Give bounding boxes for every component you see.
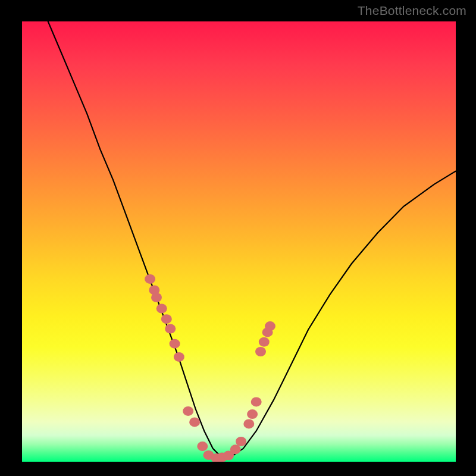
sample-point — [183, 406, 193, 416]
sample-point — [243, 419, 254, 428]
sample-point — [189, 417, 200, 427]
sample-point — [197, 441, 208, 451]
sample-point — [247, 409, 258, 419]
sample-point — [156, 304, 167, 314]
sample-points-group — [145, 274, 275, 462]
chart-overlay — [22, 21, 456, 462]
sample-point — [170, 339, 180, 349]
sample-point — [265, 321, 275, 331]
watermark-label: TheBottleneck.com — [358, 4, 466, 18]
plot-area — [22, 21, 456, 462]
sample-point — [145, 274, 155, 284]
sample-point — [236, 437, 246, 446]
sample-point — [161, 314, 172, 324]
sample-point — [251, 397, 262, 406]
sample-point — [165, 324, 176, 334]
sample-point — [255, 347, 266, 356]
sample-point — [230, 444, 241, 454]
chart-frame: TheBottleneck.com — [0, 0, 476, 476]
sample-point — [151, 293, 162, 302]
bottleneck-curve — [48, 21, 456, 458]
sample-point — [259, 337, 270, 347]
sample-point — [174, 352, 184, 362]
